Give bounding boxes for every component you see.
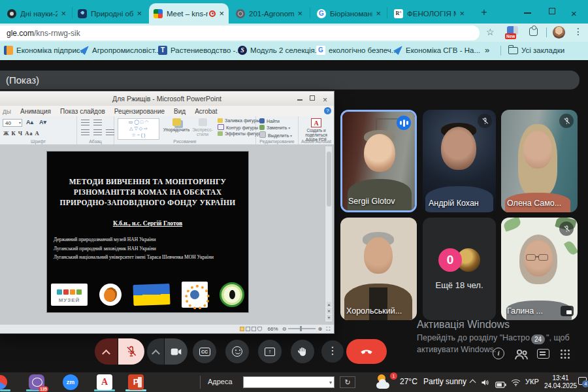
ribbon-tab-view[interactable]: Вид: [174, 108, 186, 115]
sorter-view-icon[interactable]: [246, 327, 250, 331]
slide-canvas[interactable]: МЕТОДИ ВИВЧЕННЯ ТА МОНІТОРИНГУ РІЗНОМАНІ…: [47, 152, 248, 312]
browser-tab-dni-nauky[interactable]: Дні науки-2025: [3, 3, 71, 24]
end-call-button[interactable]: [346, 339, 387, 364]
align-buttons[interactable]: [81, 129, 114, 136]
select-button[interactable]: Выделить: [259, 131, 298, 138]
zoom-app-icon[interactable]: zm: [63, 374, 78, 390]
browser-tab-pryrodni[interactable]: Природні об'єк: [73, 3, 146, 24]
bookmark-item[interactable]: Економіка СГВ - На...: [393, 46, 480, 55]
shape-outline-button[interactable]: Контур фигуры: [218, 124, 259, 130]
scrollbar-thumb[interactable]: [327, 152, 331, 206]
grow-font-icon[interactable]: A▴: [26, 119, 33, 125]
slideshow-view-icon[interactable]: [257, 327, 262, 331]
ribbon-tab-review[interactable]: Рецензирование: [114, 108, 165, 115]
font-style-buttons[interactable]: Ж К Ч Аа А: [3, 130, 40, 137]
tab-close-icon[interactable]: [61, 9, 66, 18]
zoom-slider[interactable]: [288, 328, 316, 329]
clock[interactable]: 13:41 24.04.2025: [544, 374, 578, 390]
zoom-out-icon[interactable]: ⊖: [282, 326, 287, 332]
raise-hand-button[interactable]: [291, 340, 314, 363]
shrink-font-icon[interactable]: A▾: [39, 119, 46, 125]
weather-widget[interactable]: 1: [376, 374, 396, 390]
replace-button[interactable]: Заменить: [259, 125, 298, 130]
quick-styles-button[interactable]: Экспресс-стили: [188, 118, 218, 137]
bookmarks-overflow-chevron[interactable]: »: [485, 45, 489, 55]
activities-grid-icon[interactable]: [561, 350, 570, 359]
camera-button[interactable]: [165, 338, 188, 365]
camera-options-chevron[interactable]: [147, 338, 164, 365]
ppt-close-button[interactable]: [323, 95, 327, 105]
participants-panel-icon[interactable]: [514, 348, 529, 363]
help-icon[interactable]: ?: [324, 107, 331, 114]
window-maximize-button[interactable]: [549, 8, 555, 14]
video-tile-galina[interactable]: Галина ...: [501, 218, 578, 320]
ppt-maximize-button[interactable]: [310, 95, 315, 101]
viber-app-icon[interactable]: 135: [29, 374, 44, 390]
ppt-minimize-button[interactable]: [297, 99, 302, 101]
bookmark-item[interactable]: Модуль 2 селекція...: [238, 46, 321, 55]
bookmark-star-icon[interactable]: [486, 27, 495, 37]
language-indicator[interactable]: УКР: [525, 378, 539, 385]
find-button[interactable]: Найти: [259, 118, 298, 123]
mic-mute-button[interactable]: [118, 338, 144, 365]
ribbon-tab-slideshow[interactable]: Показ слайдов: [60, 108, 105, 115]
browser-menu-icon[interactable]: [574, 26, 583, 37]
all-bookmarks-button[interactable]: Усі закладки: [508, 46, 564, 54]
acrobat-app-icon[interactable]: [97, 374, 112, 390]
reactions-button[interactable]: [225, 340, 249, 363]
volume-icon[interactable]: [481, 378, 490, 389]
address-go-button[interactable]: [340, 376, 355, 388]
browser-tab-agronomy[interactable]: 201-Agronomiy: [231, 3, 307, 24]
list-buttons[interactable]: [81, 120, 102, 126]
bookmark-item[interactable]: Агропромисловіст...: [80, 46, 161, 55]
extension-new-icon[interactable]: New: [507, 26, 518, 35]
normal-view-icon[interactable]: [240, 327, 244, 331]
wifi-icon[interactable]: [511, 378, 521, 389]
tab-close-icon[interactable]: [297, 9, 302, 18]
zoom-in-icon[interactable]: ⊕: [318, 326, 322, 332]
meeting-details-info-icon[interactable]: [493, 348, 504, 359]
bookmark-item[interactable]: Растениеводство -...: [158, 46, 242, 55]
powerpoint-title-bar[interactable]: Для Ржищів - Microsoft PowerPoint: [0, 91, 334, 106]
shape-fill-button[interactable]: Заливка фигуры: [218, 118, 259, 123]
fit-to-window-icon[interactable]: ⛶: [326, 326, 330, 332]
tab-close-icon[interactable]: [137, 9, 142, 18]
present-screen-button[interactable]: [258, 340, 282, 363]
battery-icon[interactable]: [495, 379, 506, 391]
extensions-puzzle-icon[interactable]: [529, 27, 538, 36]
tab-close-icon[interactable]: [459, 9, 465, 18]
shape-effects-button[interactable]: Эффекты фигур: [218, 131, 259, 136]
video-tile-andriy-kokhan[interactable]: Андрій Кохан: [423, 110, 496, 212]
video-tile-sergii-glotov[interactable]: Sergii Glotov: [340, 110, 417, 212]
bookmark-item[interactable]: екологічно безпеч...: [316, 46, 397, 55]
reading-view-icon[interactable]: [252, 327, 256, 331]
browser-tab-bioriznomanittya[interactable]: Біорізноманітт: [312, 3, 385, 24]
new-tab-button[interactable]: [478, 6, 491, 19]
font-size-box[interactable]: 40: [3, 119, 22, 127]
bookmark-item[interactable]: Економіка підприє...: [4, 46, 86, 55]
previous-slide-button[interactable]: ▲: [327, 302, 331, 307]
picture-in-picture-icon[interactable]: [561, 306, 574, 316]
captions-button[interactable]: [193, 340, 216, 363]
window-minimize-button[interactable]: [524, 12, 531, 14]
browser-tab-fenologiya[interactable]: ФЕНОЛОГІЯ МІ: [389, 3, 469, 24]
shapes-gallery[interactable]: ▭ ◯ □ ◠ △ ▽ ◇ ⇨ ☆ ~ ( ): [118, 118, 159, 140]
mic-options-chevron[interactable]: [95, 338, 118, 365]
ribbon-tab-animation[interactable]: Анимация: [20, 108, 51, 115]
ribbon-tab-acrobat[interactable]: Acrobat: [195, 108, 217, 115]
window-close-button[interactable]: [571, 8, 577, 20]
profile-avatar[interactable]: [553, 26, 565, 39]
slide-scrollbar[interactable]: ▲ ▼ ▼: [325, 146, 332, 321]
more-participants-tile[interactable]: 0 Ещё 18 чел.: [423, 218, 496, 320]
more-options-button[interactable]: [321, 340, 344, 363]
powerpoint-app-icon[interactable]: [128, 374, 144, 390]
browser-tab-meet-active[interactable]: Meet – kns-r: [149, 3, 229, 24]
slide-nav-button[interactable]: ▼: [327, 315, 331, 320]
url-bar[interactable]: gle.com/kns-rnwg-sik: [0, 25, 480, 41]
chat-panel-icon[interactable]: [537, 349, 549, 359]
tab-close-icon[interactable]: [219, 9, 224, 18]
address-toolbar-input[interactable]: [243, 376, 335, 388]
tab-close-icon[interactable]: [376, 9, 381, 18]
video-tile-khorolskyi[interactable]: Хорольський...: [340, 218, 417, 320]
next-slide-button[interactable]: ▼: [327, 308, 331, 314]
